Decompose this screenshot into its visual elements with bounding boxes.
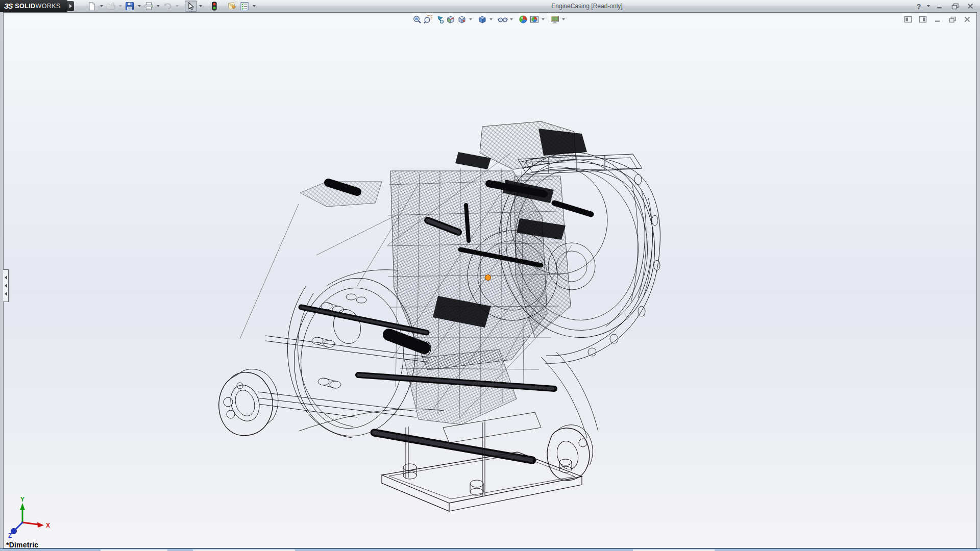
select-dropdown[interactable] (198, 1, 203, 12)
options-button[interactable] (238, 1, 251, 12)
minimize-icon (936, 3, 943, 9)
select-cursor-icon (187, 2, 195, 11)
apply-scene-icon (530, 15, 539, 24)
window-controls: ? (914, 0, 977, 12)
model-canvas[interactable]: Y X Z (0, 0, 980, 551)
file-properties-button[interactable] (226, 1, 238, 12)
view-orientation-label: *Dimetric (6, 541, 38, 549)
save-button[interactable] (124, 1, 136, 12)
hide-show-items-dropdown[interactable] (508, 14, 514, 25)
pane-toggle-left-button[interactable] (902, 15, 914, 24)
new-document-button[interactable] (86, 1, 98, 12)
triad-y-label: Y (20, 496, 24, 503)
help-dropdown[interactable] (925, 1, 931, 12)
flyout-arrow-icon (69, 4, 72, 8)
zoom-to-fit-icon (412, 15, 422, 24)
print-button[interactable] (142, 1, 155, 12)
restore-button[interactable] (948, 1, 962, 11)
document-restore-icon (949, 16, 957, 23)
open-button[interactable] (105, 1, 117, 12)
close-icon (967, 3, 974, 9)
title-bar[interactable]: ЗS SOLIDWORKS (0, 0, 980, 12)
file-properties-icon (227, 2, 237, 11)
document-close-button[interactable] (962, 15, 973, 24)
document-minimize-icon (934, 16, 941, 22)
collapse-arrow-icon (5, 276, 7, 280)
solidworks-logo: ЗS SOLIDWORKS (0, 0, 67, 12)
apply-scene-button[interactable] (529, 14, 540, 25)
base-plate (382, 412, 582, 511)
save-dropdown[interactable] (136, 1, 142, 12)
view-settings-button[interactable] (549, 14, 560, 25)
wireframe-model (219, 121, 667, 511)
previous-view-button[interactable] (434, 14, 445, 25)
view-settings-icon (550, 15, 559, 24)
select-button[interactable] (185, 1, 197, 12)
options-dropdown[interactable] (251, 1, 257, 12)
status-bar-sliver (0, 548, 980, 551)
section-view-icon (446, 15, 455, 24)
document-restore-button[interactable] (947, 15, 958, 24)
left-bracket (219, 369, 278, 436)
logo-text-solid: SOLID (15, 3, 35, 10)
zoom-to-area-icon (424, 15, 433, 24)
main-toolbar (86, 1, 257, 12)
collapse-arrow-icon (5, 284, 7, 288)
apply-scene-dropdown[interactable] (540, 14, 546, 25)
print-icon (144, 2, 154, 11)
document-close-icon (964, 16, 971, 22)
new-document-icon (87, 2, 96, 11)
undo-dropdown[interactable] (174, 1, 180, 12)
close-button[interactable] (964, 1, 977, 11)
help-button[interactable]: ? (914, 1, 923, 11)
pane-toggle-right-button[interactable] (917, 15, 928, 24)
display-style-icon (478, 15, 487, 24)
previous-view-icon (435, 15, 444, 24)
zoom-to-area-button[interactable] (423, 14, 434, 25)
logo-text-works: WORKS (36, 3, 61, 10)
hide-show-items-icon (498, 15, 508, 24)
minimize-button[interactable] (933, 1, 946, 11)
new-document-dropdown[interactable] (99, 1, 104, 12)
hide-show-items-button[interactable] (497, 14, 508, 25)
edit-appearance-icon (519, 15, 528, 24)
ds-logo-mark: ЗS (4, 2, 12, 10)
section-view-button[interactable] (445, 14, 456, 25)
document-minimize-button[interactable] (932, 15, 943, 24)
menu-flyout-button[interactable] (67, 1, 74, 11)
feature-manager-collapsed-tab[interactable] (3, 269, 9, 302)
collapse-arrow-icon (5, 292, 7, 296)
display-style-button[interactable] (477, 14, 488, 25)
zoom-to-fit-button[interactable] (411, 14, 423, 25)
open-folder-icon (106, 2, 116, 11)
open-dropdown[interactable] (117, 1, 123, 12)
view-orientation-button[interactable] (456, 14, 468, 25)
triad-z-label: Z (8, 532, 12, 539)
edit-appearance-button[interactable] (518, 14, 529, 25)
view-orientation-dropdown[interactable] (468, 14, 474, 25)
heads-up-view-toolbar (411, 14, 567, 25)
pane-toggle-left-icon (904, 16, 912, 23)
view-settings-dropdown[interactable] (560, 14, 567, 25)
pane-toggle-right-icon (919, 16, 927, 23)
view-orientation-icon (457, 15, 467, 24)
triad-x-label: X (46, 522, 50, 529)
print-dropdown[interactable] (155, 1, 161, 12)
restore-icon (951, 3, 959, 10)
undo-button[interactable] (161, 1, 174, 12)
window-title: EngineCasing [Read-only] (521, 0, 653, 12)
undo-icon (163, 2, 173, 11)
assembly-origin-marker (485, 275, 491, 281)
display-style-dropdown[interactable] (488, 14, 494, 25)
rebuild-button[interactable] (208, 1, 220, 12)
reference-triad: Y X Z (8, 496, 50, 539)
document-window-controls (902, 15, 973, 24)
rebuild-traffic-light-icon (211, 2, 217, 11)
options-checklist-icon (240, 2, 249, 11)
save-icon (125, 2, 134, 11)
